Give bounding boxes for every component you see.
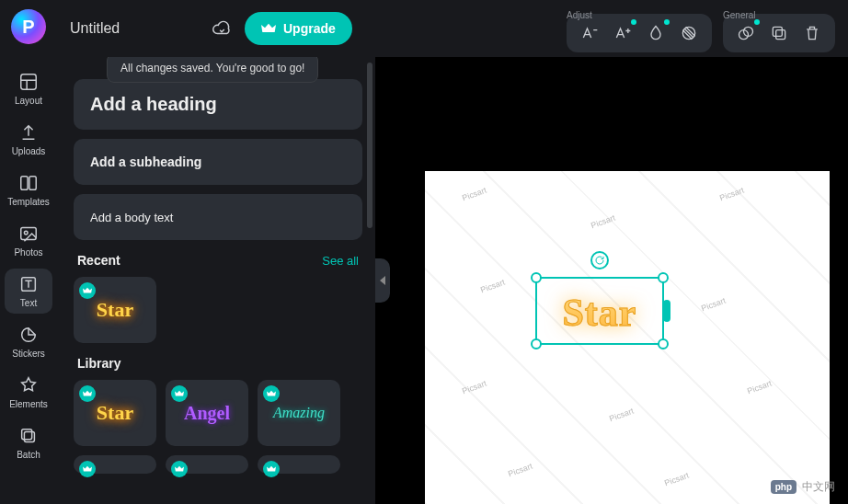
document-title-input[interactable]: [70, 20, 199, 37]
add-heading-button[interactable]: Add a heading: [74, 79, 362, 130]
recent-thumb-star[interactable]: Star: [74, 277, 156, 343]
thumb-text: Angel: [184, 403, 230, 424]
thumb-text: Amazing: [273, 405, 325, 421]
add-body-button[interactable]: Add a body text: [74, 194, 362, 240]
font-plus-icon: [613, 24, 632, 42]
nav-elements-label: Elements: [9, 399, 48, 409]
php-logo: php: [771, 480, 796, 494]
crown-icon: [175, 465, 184, 473]
premium-badge: [79, 282, 96, 299]
crown-icon: [267, 465, 276, 473]
library-thumb-star[interactable]: Star: [74, 380, 156, 446]
layers-button[interactable]: [734, 21, 758, 45]
upload-icon: [18, 122, 39, 143]
adjust-group-wrap: Adjust: [567, 5, 712, 52]
stickers-icon: [18, 325, 39, 345]
cloud-save-button[interactable]: [210, 17, 234, 40]
nav-text-label: Text: [20, 298, 37, 308]
canvas[interactable]: Picsart Picsart Picsart Picsart Picsart …: [425, 171, 830, 504]
svg-rect-11: [776, 30, 785, 40]
panel-collapse-handle[interactable]: [375, 258, 390, 303]
recent-row: Star: [74, 277, 362, 343]
nav-templates-label: Templates: [7, 197, 50, 207]
nav-batch[interactable]: Batch: [5, 420, 52, 465]
resize-handle-r[interactable]: [663, 300, 670, 322]
rotate-icon: [594, 255, 605, 266]
crown-icon: [261, 22, 276, 35]
nav-uploads[interactable]: Uploads: [5, 117, 52, 162]
batch-icon: [18, 426, 39, 446]
color-button[interactable]: [644, 21, 668, 45]
nav-batch-label: Batch: [17, 450, 40, 460]
svg-rect-0: [21, 74, 37, 90]
canvas-area: Picsart Picsart Picsart Picsart Picsart …: [375, 57, 848, 504]
library-thumb-angel[interactable]: Angel: [166, 380, 248, 446]
nav-text[interactable]: Text: [5, 269, 52, 314]
crown-icon: [83, 390, 92, 397]
svg-rect-1: [21, 177, 28, 190]
svg-rect-6: [24, 431, 34, 441]
library-thumb-6[interactable]: [258, 455, 340, 474]
premium-badge: [79, 385, 96, 402]
library-thumb-5[interactable]: [166, 455, 248, 474]
premium-badge: [263, 461, 280, 477]
library-row-1: Star Angel Amazing: [74, 380, 362, 446]
premium-badge: [171, 385, 188, 402]
nav-stickers[interactable]: Stickers: [5, 319, 52, 364]
nav-layout[interactable]: Layout: [5, 66, 52, 111]
font-size-down-button[interactable]: [578, 21, 602, 45]
library-thumb-amazing[interactable]: Amazing: [258, 380, 340, 446]
trash-icon: [803, 24, 821, 42]
page-watermark: php 中文网: [771, 479, 835, 495]
svg-point-4: [24, 231, 28, 235]
svg-rect-7: [22, 430, 32, 440]
add-body-label: Add a body text: [90, 211, 173, 224]
nav-photos[interactable]: Photos: [5, 218, 52, 263]
logo-letter: P: [22, 17, 34, 38]
blend-icon: [680, 24, 698, 42]
app-logo[interactable]: P: [11, 9, 46, 44]
panel-scrollbar[interactable]: [367, 63, 372, 228]
rotate-handle[interactable]: [590, 251, 609, 269]
library-section-head: Library: [77, 356, 359, 371]
delete-button[interactable]: [800, 21, 824, 45]
nav-layout-label: Layout: [15, 96, 42, 106]
svg-rect-12: [773, 27, 782, 36]
adjust-group-label: Adjust: [567, 10, 592, 20]
nav-photos-label: Photos: [14, 247, 42, 258]
nav-templates[interactable]: Templates: [5, 167, 52, 212]
elements-icon: [18, 375, 39, 395]
copy-icon: [770, 24, 788, 42]
cloud-icon: [212, 18, 232, 39]
nav-stickers-label: Stickers: [12, 349, 45, 359]
general-group-wrap: General: [723, 5, 835, 52]
font-size-up-button[interactable]: [611, 21, 635, 45]
premium-badge: [263, 385, 280, 402]
crown-icon: [83, 465, 92, 473]
text-panel: All changes saved. You're good to go! Ad…: [57, 57, 375, 504]
templates-icon: [18, 173, 39, 193]
upgrade-button[interactable]: Upgrade: [245, 12, 352, 45]
recent-title: Recent: [77, 253, 120, 268]
text-selection-box[interactable]: Star: [535, 277, 664, 345]
nav-uploads-label: Uploads: [12, 146, 46, 156]
nav-elements[interactable]: Elements: [5, 370, 52, 415]
add-subheading-button[interactable]: Add a subheading: [74, 139, 362, 185]
top-header: Upgrade Adjust General: [57, 0, 848, 57]
crown-icon: [83, 287, 92, 294]
see-all-link[interactable]: See all: [322, 254, 359, 268]
duplicate-button[interactable]: [767, 21, 791, 45]
text-icon: [18, 274, 39, 294]
thumb-text: Star: [97, 401, 133, 425]
watermark-text: 中文网: [802, 479, 835, 495]
library-thumb-4[interactable]: [74, 455, 156, 474]
effects-button[interactable]: [677, 21, 701, 45]
library-title: Library: [77, 356, 120, 371]
font-minus-icon: [580, 24, 599, 42]
recent-section-head: Recent See all: [77, 253, 359, 268]
layout-icon: [18, 72, 39, 92]
photos-icon: [18, 223, 39, 244]
canvas-text[interactable]: Star: [537, 279, 662, 347]
nav-rail: P Layout Uploads Templates Photos Text S…: [0, 0, 57, 504]
crown-icon: [267, 390, 276, 397]
